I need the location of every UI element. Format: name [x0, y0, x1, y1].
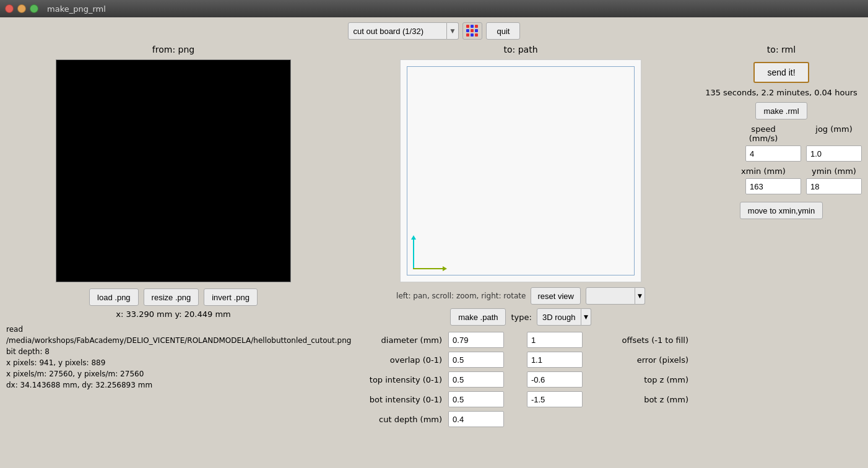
type-label: type:	[511, 313, 531, 322]
middle-panel: to: path left: pan, scroll: zoom, right:…	[347, 45, 695, 468]
grid-dot	[466, 33, 469, 37]
ymin-header: ymin (mm)	[806, 167, 862, 176]
speed-input[interactable]	[745, 145, 801, 162]
hint-text: left: pan, scroll: zoom, right: rotate	[396, 292, 526, 300]
axis-x	[413, 268, 444, 269]
grid-dot	[466, 29, 469, 32]
file-info-line4: x pixels/m: 27560, y pixels/m: 27560	[6, 368, 351, 379]
axis-y-arrow	[411, 235, 416, 240]
move-btn-wrapper: move to xmin,ymin	[701, 199, 862, 219]
cut-depth-label: cut depth (mm)	[353, 415, 442, 424]
diameter-label: diameter (mm)	[353, 336, 442, 345]
board-select-wrapper: cut out board (1/32)	[348, 22, 459, 40]
error-label: error (pixels)	[605, 355, 688, 365]
top-intensity-label: top intensity (0-1)	[353, 375, 442, 384]
png-canvas[interactable]	[56, 59, 291, 282]
grid-icon-button[interactable]	[462, 22, 482, 40]
type-select[interactable]: 3D rough	[537, 308, 581, 326]
file-info: read /media/workshops/FabAcademy/DELIO_V…	[6, 324, 351, 391]
grid-icon	[466, 25, 479, 37]
rml-params: speed (mm/s) jog (mm) xmin (mm) ymin (mm…	[701, 124, 862, 219]
window-title: make_png_rml	[47, 4, 106, 14]
make-path-button[interactable]: make .path	[450, 308, 506, 326]
file-info-line1: read /media/workshops/FabAcademy/DELIO_V…	[6, 324, 351, 346]
coords-display: x: 33.290 mm y: 20.449 mm	[116, 310, 231, 319]
right-panel: to: rml send it! 135 seconds, 2.2 minute…	[695, 45, 868, 468]
grid-dot	[466, 25, 469, 28]
minimize-button[interactable]	[17, 4, 26, 13]
close-button[interactable]	[5, 4, 14, 13]
path-canvas-border	[407, 66, 635, 275]
grid-dot	[475, 33, 478, 37]
toolbar: cut out board (1/32) quit	[0, 17, 868, 45]
left-panel-title: from: png	[152, 45, 194, 54]
left-panel: from: png load .png resize .png invert .…	[0, 45, 347, 468]
top-z-label: top z (mm)	[605, 375, 688, 384]
reset-view-button[interactable]: reset view	[531, 287, 581, 305]
path-canvas[interactable]	[400, 59, 641, 282]
xmin-input[interactable]	[745, 178, 801, 194]
bot-intensity-label: bot intensity (0-1)	[353, 395, 442, 404]
file-info-line2: bit depth: 8	[6, 346, 351, 357]
speed-header: speed (mm/s)	[736, 124, 791, 143]
params-grid: diameter (mm) offsets (-1 to fill) overl…	[353, 332, 688, 427]
grid-dot	[475, 29, 478, 32]
offsets-label: offsets (-1 to fill)	[605, 336, 688, 345]
make-rml-button[interactable]: make .rml	[755, 102, 807, 119]
color-picker-input[interactable]	[586, 287, 635, 305]
type-select-wrapper: 3D rough	[537, 308, 591, 326]
offsets-input[interactable]	[527, 332, 583, 348]
axis-y	[413, 238, 414, 269]
overlap-input[interactable]	[448, 352, 504, 368]
path-controls: left: pan, scroll: zoom, right: rotate r…	[353, 287, 688, 305]
move-to-xmin-ymin-button[interactable]: move to xmin,ymin	[740, 202, 823, 219]
make-path-row: make .path type: 3D rough	[353, 308, 688, 326]
quit-button[interactable]: quit	[486, 22, 520, 40]
middle-panel-title: to: path	[503, 45, 537, 54]
grid-dot	[475, 25, 478, 28]
time-text: 135 seconds, 2.2 minutes, 0.04 hours	[705, 88, 857, 97]
error-input[interactable]	[527, 352, 583, 368]
board-select-dropdown[interactable]	[447, 22, 459, 40]
png-buttons: load .png resize .png invert .png	[89, 288, 258, 306]
bot-intensity-input[interactable]	[448, 391, 504, 407]
cut-depth-input[interactable]	[448, 411, 504, 427]
main-content: cut out board (1/32) quit from: png	[0, 17, 868, 468]
xmin-ymin-headers: xmin (mm) ymin (mm)	[701, 167, 862, 176]
file-info-line3: x pixels: 941, y pixels: 889	[6, 357, 351, 368]
board-select[interactable]: cut out board (1/32)	[348, 22, 447, 40]
bot-z-input[interactable]	[527, 391, 583, 407]
top-z-input[interactable]	[527, 371, 583, 388]
jog-input[interactable]	[806, 145, 862, 162]
xmin-ymin-row	[701, 178, 862, 194]
xmin-header: xmin (mm)	[736, 167, 791, 176]
color-picker-dropdown[interactable]	[635, 287, 645, 305]
ymin-input[interactable]	[806, 178, 862, 194]
titlebar: make_png_rml	[0, 0, 868, 17]
resize-png-button[interactable]: resize .png	[144, 288, 199, 306]
rml-headers: speed (mm/s) jog (mm)	[701, 124, 862, 143]
send-it-button[interactable]: send it!	[753, 62, 809, 83]
axis-x-arrow	[443, 266, 447, 271]
load-png-button[interactable]: load .png	[89, 288, 139, 306]
right-panel-title: to: rml	[767, 45, 796, 54]
file-info-line5: dx: 34.143688 mm, dy: 32.256893 mm	[6, 379, 351, 391]
type-select-dropdown[interactable]	[581, 308, 591, 326]
grid-dot	[471, 25, 474, 28]
top-intensity-input[interactable]	[448, 371, 504, 388]
diameter-input[interactable]	[448, 332, 504, 348]
invert-png-button[interactable]: invert .png	[204, 288, 258, 306]
grid-dot	[471, 33, 474, 37]
maximize-button[interactable]	[30, 4, 38, 13]
overlap-label: overlap (0-1)	[353, 355, 442, 365]
grid-dot	[471, 29, 474, 32]
bot-z-label: bot z (mm)	[605, 395, 688, 404]
speed-jog-row	[701, 145, 862, 162]
jog-header: jog (mm)	[806, 124, 862, 143]
color-picker-wrapper	[586, 287, 645, 305]
panels: from: png load .png resize .png invert .…	[0, 45, 868, 468]
